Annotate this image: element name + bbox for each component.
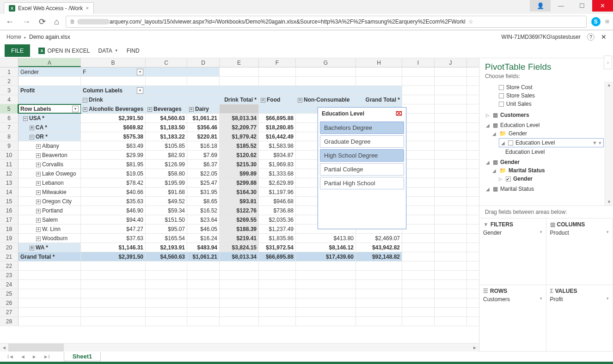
tab-close-icon[interactable]: × [86,5,89,12]
breadcrumb-home[interactable]: Home [6,34,21,40]
row-header[interactable]: 5 [0,104,18,113]
user-label[interactable]: WIN-71MD369I7KG\spstestuser [502,34,581,40]
column-header-G[interactable]: G [296,58,356,67]
row-header[interactable]: 26 [0,298,18,307]
scroll-left-icon[interactable]: ◄ [0,345,8,350]
slicer-clear-filter-icon[interactable]: ⌧ [396,110,402,117]
row-label[interactable]: +Salem [18,215,81,224]
row-header[interactable]: 17 [0,215,18,224]
dropdown-caret-icon[interactable]: ▾ [607,296,609,303]
row-header[interactable]: 13 [0,178,18,187]
row-label[interactable]: +Portland [18,206,81,215]
horizontal-scrollbar[interactable]: ◄ ► [0,343,479,352]
row-header[interactable]: 21 [0,252,18,261]
dropdown-caret-icon[interactable]: ▾ [540,230,542,236]
select-all-corner[interactable] [0,58,18,67]
collapse-icon[interactable]: ◢ [492,131,497,136]
window-close[interactable]: ✕ [592,0,613,12]
column-header-E[interactable]: E [220,58,259,67]
area-filters[interactable]: ▼FILTERS Gender▾ [479,218,546,285]
colgroup-food[interactable]: +Food [259,95,296,104]
field-edu-level-selected[interactable]: ◢Education Level▼‎ ▾ [499,138,604,147]
row-label[interactable]: −OR * [18,132,81,141]
row-header[interactable]: 3 [0,86,18,95]
row-header[interactable]: 14 [0,188,18,196]
row-label[interactable]: +Milwaukie [18,188,81,196]
scroll-down-icon[interactable]: ▼ [605,198,613,206]
colgroup-drink[interactable]: −Drink [81,95,146,104]
field-store-sales[interactable]: Store Sales [486,91,612,100]
slicer-item[interactable]: Bachelors Degree [320,121,404,134]
row-header[interactable]: 27 [0,308,18,316]
chrome-menu-icon[interactable]: ≡ [605,18,609,26]
slicer-education-level[interactable]: Education Level ⌧ Bachelors DegreeGradua… [318,107,406,229]
field-gender-attr[interactable]: ▷Gender▼ [486,175,612,183]
column-header-I[interactable]: I [402,58,435,67]
sheet-nav-prev-icon[interactable]: ◄ [18,354,28,359]
column-header-D[interactable]: D [187,58,220,67]
row-label[interactable]: +CA * [18,123,81,132]
col-alcoholic[interactable]: +Alcoholic Beverages [81,104,146,113]
panel-collapse-icon[interactable]: › [604,55,612,69]
row-label[interactable]: +Lebanon [18,178,81,187]
column-header-B[interactable]: B [81,58,146,67]
field-edu-gender[interactable]: ◢📁Gender [486,129,612,138]
collapse-icon[interactable]: ◢ [486,187,490,192]
row-header[interactable]: 28 [0,317,18,326]
slicer-item[interactable]: Graduate Degree [320,135,404,148]
field-marital-status[interactable]: ◢📁Marital Status [486,166,612,175]
filter-icon[interactable]: ▼‎ ▾ [592,140,601,146]
pivot-filter-value[interactable]: F▾ [81,67,146,76]
area-values[interactable]: ΣVALUES Profit▾ [546,285,613,352]
open-in-excel-button[interactable]: X OPEN IN EXCEL [38,48,90,54]
row-header[interactable]: 9 [0,141,18,150]
row-label[interactable]: +Corvallis [18,160,81,169]
row-header[interactable]: 18 [0,224,18,233]
field-group-customers[interactable]: ▷▦Customers [486,111,612,119]
nav-reload-icon[interactable]: ⟳ [37,17,48,27]
column-header-J[interactable]: J [435,58,467,67]
row-header[interactable]: 24 [0,280,18,289]
expand-icon[interactable]: ▷ [499,176,503,182]
row-header[interactable]: 10 [0,151,18,159]
row-header[interactable]: 25 [0,289,18,298]
dropdown-caret-icon[interactable]: ▾ [607,230,609,236]
field-marital-dim[interactable]: ◢▦Marital Status [486,185,612,193]
row-header[interactable]: 12 [0,169,18,178]
close-page-icon[interactable]: ✕ [601,33,607,41]
row-header[interactable]: 7 [0,123,18,132]
row-label[interactable]: +Lake Oswego [18,169,81,178]
row-label[interactable]: +WA * [18,243,81,252]
row-header[interactable]: 1 [0,67,18,76]
nav-home-icon[interactable]: ⌂ [52,17,61,27]
collapse-icon[interactable]: ◢ [486,160,490,165]
col-beverages[interactable]: +Beverages [146,104,187,113]
slicer-item[interactable]: Partial College [320,163,404,176]
field-store-cost[interactable]: Store Cost [486,83,612,91]
column-header-A[interactable]: A [18,58,81,67]
bookmark-star-icon[interactable]: ☆ [468,18,473,25]
pivot-row-labels[interactable]: Row Labels▾ [18,104,81,113]
row-label[interactable]: +Beaverton [18,151,81,159]
colgroup-nonconsumable[interactable]: +Non-Consumable [296,95,356,104]
slicer-item[interactable]: Partial High School [320,177,404,189]
skype-icon[interactable]: S [591,17,601,26]
help-icon[interactable]: ? [587,33,595,41]
field-unit-sales[interactable]: Unit Sales [486,100,612,108]
row-header[interactable]: 19 [0,234,18,243]
row-header[interactable]: 4 [0,95,18,104]
titlebar-user-icon[interactable]: 👤 [530,0,551,12]
row-label[interactable]: +Albany [18,141,81,150]
col-dairy[interactable]: +Dairy [187,104,220,113]
file-menu[interactable]: FILE [5,44,30,57]
collapse-icon[interactable]: ◢ [486,123,490,128]
row-header[interactable]: 11 [0,160,18,169]
row-label[interactable]: +Woodburn [18,234,81,243]
row-header[interactable]: 6 [0,114,18,122]
collapse-icon[interactable]: ◢ [501,140,506,146]
row-header[interactable]: 8 [0,132,18,141]
row-header[interactable]: 22 [0,261,18,270]
window-maximize[interactable]: ☐ [571,0,592,12]
sheet-tab-sheet1[interactable]: Sheet1 [64,352,101,361]
row-header[interactable]: 23 [0,271,18,279]
